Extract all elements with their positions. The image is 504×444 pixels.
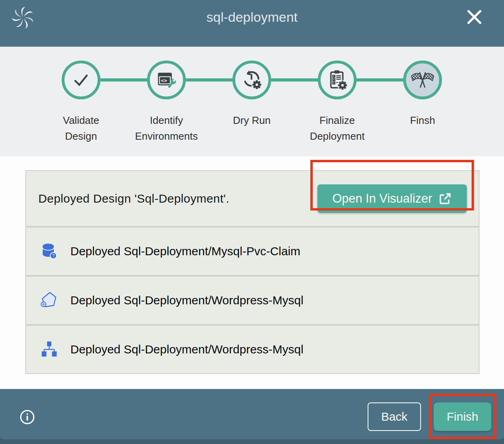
pentagon-icon [40,291,58,309]
list-item-wordpress-mysql-app: Deployed Sql-Deployment/Wordpress-Mysql [26,277,479,324]
back-button[interactable]: Back [368,402,421,431]
close-button[interactable] [465,8,483,26]
dialog-title: sql-deployment [0,9,504,25]
step-label: Finsh [389,112,457,128]
finish-button[interactable]: Finish [434,402,491,431]
external-link-icon [438,192,452,205]
database-icon: ? [40,242,58,260]
list-item-wordpress-mysql-tree: Deployed Sql-Deployment/Wordpress-Mysql [26,326,479,373]
step-label: Identify Environments [132,112,200,144]
code-wrench-icon: <> [156,70,177,90]
deployment-wizard-dialog: sql-deployment Validate Design [0,0,504,439]
step-finalize-deployment[interactable]: Finalize Deployment [294,47,380,144]
deployed-design-row: Deployed Design 'Sql-Deployment'. Open I… [26,171,479,226]
step-finish[interactable]: Finsh [380,47,465,128]
svg-text:<>: <> [161,78,167,83]
deployment-results-list: Deployed Design 'Sql-Deployment'. Open I… [25,170,479,374]
list-item-text: Deployed Sql-Deployment/Mysql-Pvc-Claim [70,245,300,258]
step-label: Dry Run [218,112,286,128]
deployed-design-message: Deployed Design 'Sql-Deployment'. [38,171,229,226]
wizard-stepper: Validate Design <> Identify Environments [0,47,504,156]
close-icon [465,8,483,26]
svg-text:?: ? [52,254,55,258]
check-icon [70,69,92,91]
open-in-visualizer-button[interactable]: Open In Visualizer [317,184,467,213]
dialog-footer: Back Finish [0,389,504,439]
step-dry-run[interactable]: Dry Run [209,47,294,128]
clipboard-gear-icon [327,69,348,91]
step-identify-environments[interactable]: <> Identify Environments [124,47,209,144]
list-item-text: Deployed Sql-Deployment/Wordpress-Mysql [70,343,304,356]
list-item-text: Deployed Sql-Deployment/Wordpress-Mysql [70,294,304,307]
info-icon [19,409,35,425]
finish-flags-icon [410,70,435,90]
step-validate-design[interactable]: Validate Design [38,47,124,144]
step-label: Validate Design [47,112,115,144]
list-item-pvc-claim: ? Deployed Sql-Deployment/Mysql-Pvc-Clai… [26,228,479,275]
results-panel: Deployed Design 'Sql-Deployment'. Open I… [0,156,504,389]
info-button[interactable] [19,409,35,425]
step-label: Finalize Deployment [303,112,371,144]
hierarchy-icon [40,340,58,359]
dialog-header: sql-deployment [0,0,504,47]
history-gear-icon [241,69,262,91]
open-in-visualizer-label: Open In Visualizer [332,192,432,206]
